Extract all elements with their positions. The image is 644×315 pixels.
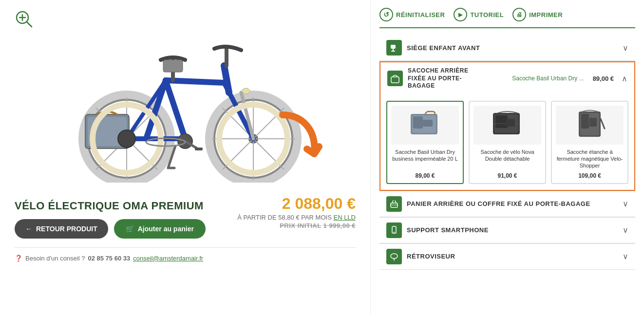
svg-rect-51 [495, 115, 508, 128]
product-price-3: 109,00 € [578, 172, 601, 179]
product-name-3: Sacoche étanche à fermeture magnétique V… [556, 148, 624, 169]
retroviseur-chevron-icon: ∨ [623, 252, 628, 261]
retroviseur-section[interactable]: RÉTROVISEUR ∨ [379, 244, 635, 270]
product-card-3[interactable]: Sacoche étanche à fermeture magnétique V… [551, 101, 628, 184]
lld-link[interactable]: EN LLD [333, 214, 356, 221]
product-card-1[interactable]: Sacoche Basil Urban Dry business impermé… [386, 101, 464, 184]
sacoche-selected-price: 89,00 € [593, 75, 614, 82]
contact-phone: 02 85 75 60 33 [88, 255, 130, 262]
main-price: 2 088,00 € [237, 195, 356, 213]
svg-rect-27 [163, 60, 183, 72]
svg-rect-41 [391, 45, 396, 49]
panier-chevron-icon: ∨ [623, 199, 628, 208]
svg-point-63 [394, 232, 395, 233]
svg-rect-47 [413, 116, 423, 129]
sacoche-arriere-section: SACOCHE ARRIÈRE FIXÉE AU PORTE-BAGAGE Sa… [379, 61, 635, 191]
help-icon: ❓ [15, 255, 22, 262]
tutoriel-icon: ▶ [454, 8, 467, 21]
product-name-1: Sacoche Basil Urban Dry business impermé… [391, 148, 459, 169]
back-arrow-icon: ← [25, 225, 32, 233]
svg-point-39 [242, 88, 250, 94]
product-name-2: Sacoche de vélo Nova Double détachable [474, 148, 541, 169]
svg-rect-44 [391, 77, 399, 83]
right-panel: ↺ RÉINITIALISER ▶ TUTORIEL 🖨 IMPRIMER SI… [370, 0, 644, 315]
smartphone-chevron-icon: ∨ [623, 225, 628, 235]
svg-rect-58 [589, 118, 597, 127]
left-panel: VÉLO ÉLECTRIQUE OMA PREMIUM ← RETOUR PRO… [0, 0, 370, 315]
sacoche-chevron-icon: ∧ [622, 74, 627, 83]
retroviseur-icon [386, 249, 402, 264]
svg-rect-53 [506, 119, 515, 127]
svg-rect-48 [423, 120, 433, 127]
contact-row: ❓ Besoin d'un conseil ? 02 85 75 60 33 c… [15, 247, 356, 262]
panier-arriere-title: PANIER ARRIÈRE OU COFFRE FIXÉ AU PORTE-B… [407, 200, 590, 207]
support-smartphone-title: SUPPORT SMARTPHONE [407, 226, 489, 234]
sacoche-icon [387, 71, 403, 86]
product-card-2[interactable]: Sacoche de vélo Nova Double détachable 9… [469, 101, 546, 184]
initial-price: PRIX INITIAL 1 999,00 € [237, 222, 356, 229]
contact-email-link[interactable]: conseil@amsterdamair.fr [133, 255, 203, 262]
siege-enfant-avant-title: SIÈGE ENFANT AVANT [407, 44, 480, 52]
product-image-1 [391, 106, 459, 145]
product-image-3 [556, 106, 624, 145]
siege-icon [386, 40, 402, 56]
product-title: VÉLO ÉLECTRIQUE OMA PREMIUM [15, 200, 206, 212]
svg-point-64 [391, 254, 398, 259]
panier-arriere-section[interactable]: PANIER ARRIÈRE OU COFFRE FIXÉ AU PORTE-B… [379, 191, 635, 217]
action-buttons-row: ↺ RÉINITIALISER ▶ TUTORIEL 🖨 IMPRIMER [379, 8, 635, 28]
svg-line-59 [601, 119, 605, 129]
reinitialiser-icon: ↺ [379, 8, 393, 21]
panier-icon [386, 196, 402, 212]
siege-enfant-avant-section[interactable]: SIÈGE ENFANT AVANT ∨ [379, 35, 635, 61]
product-price-2: 91,00 € [497, 172, 517, 179]
imprimer-button[interactable]: 🖨 IMPRIMER [512, 8, 563, 21]
add-to-cart-button[interactable]: 🛒 Ajouter au panier [114, 219, 206, 239]
sacoche-arriere-header[interactable]: SACOCHE ARRIÈRE FIXÉE AU PORTE-BAGAGE Sa… [380, 62, 634, 95]
smartphone-icon [386, 222, 402, 238]
svg-rect-32 [195, 148, 203, 150]
contact-label: Besoin d'un conseil ? [25, 255, 85, 262]
retroviseur-title: RÉTROVISEUR [407, 253, 455, 260]
bike-illustration [49, 17, 322, 183]
support-smartphone-section[interactable]: SUPPORT SMARTPHONE ∨ [379, 218, 635, 243]
bike-image [15, 10, 356, 190]
sacoche-selected-name: Sacoche Basil Urban Dry ... [507, 75, 588, 82]
back-button[interactable]: ← RETOUR PRODUIT [15, 219, 108, 239]
product-price-1: 89,00 € [415, 172, 435, 179]
products-grid: Sacoche Basil Urban Dry business impermé… [380, 95, 634, 190]
tutoriel-button[interactable]: ▶ TUTORIEL [454, 8, 504, 21]
monthly-price: À PARTIR DE 58,80 € PAR MOIS EN LLD [237, 214, 356, 221]
product-image-2 [474, 106, 541, 145]
imprimer-icon: 🖨 [512, 8, 526, 21]
siege-chevron-icon: ∨ [623, 43, 628, 53]
svg-line-24 [224, 66, 229, 93]
sacoche-arriere-title: SACOCHE ARRIÈRE FIXÉE AU PORTE-BAGAGE [408, 67, 476, 90]
svg-rect-56 [581, 114, 589, 129]
cart-icon: 🛒 [126, 225, 134, 233]
svg-point-34 [118, 130, 135, 148]
reinitialiser-button[interactable]: ↺ RÉINITIALISER [379, 8, 445, 21]
